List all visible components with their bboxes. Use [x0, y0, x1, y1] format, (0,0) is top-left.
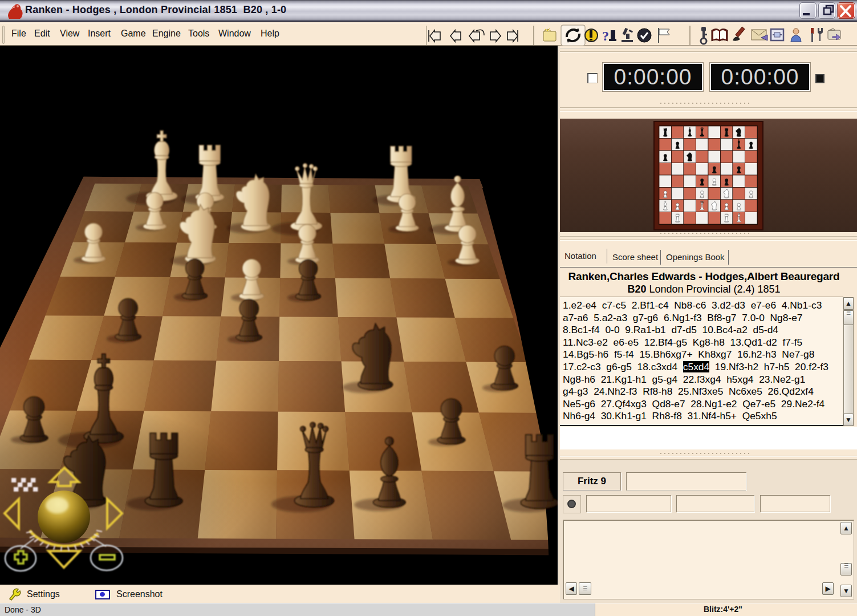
svg-text:?: ?: [602, 29, 609, 43]
